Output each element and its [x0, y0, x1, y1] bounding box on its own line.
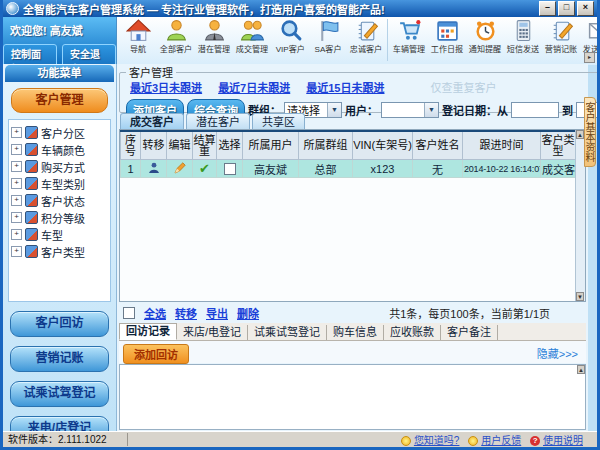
row-settle-dup-cell: ✔ [193, 160, 217, 178]
tree-item-customer-status[interactable]: +客户状态 [11, 192, 108, 209]
tab-visit-records[interactable]: 回访记录 [119, 323, 177, 340]
customer-mgmt-button[interactable]: 客户管理 [11, 88, 108, 113]
status-bar: 软件版本：2.111.1022 您知道吗? 用户反馈 ? 使用说明 [3, 431, 597, 447]
potential-customers-icon [202, 18, 227, 43]
did-you-know-link[interactable]: 您知道吗? [414, 435, 460, 446]
tab-receivables[interactable]: 应收账款 [384, 325, 441, 340]
title-bar: 全智能汽车客户管理系统 — 专注行业管理软件，打造用户喜爱的智能产品! – □ … [3, 0, 597, 17]
delete-link[interactable]: 删除 [237, 305, 259, 321]
edit-pencil-icon [174, 162, 186, 174]
export-link[interactable]: 导出 [206, 305, 228, 321]
select-all-link[interactable]: 全选 [144, 305, 166, 321]
home-icon [126, 18, 151, 43]
bulb-icon [401, 436, 411, 446]
marketing-ledger-icon [549, 18, 574, 43]
tree-item-purchase-method[interactable]: +购买方式 [11, 158, 108, 175]
row-select-cell[interactable] [217, 160, 243, 178]
add-visit-button[interactable]: 添加回访 [123, 344, 189, 364]
pagination-info: 共1条，每页100条，当前第1/1页 [389, 305, 550, 321]
customer-table-panel: 序号 转移 编辑 结算重 选择 所属用户 所属群组 VIN(车架号) 客户姓名 … [119, 129, 586, 302]
tree-item-points-level[interactable]: +积分等级 [11, 209, 108, 226]
scroll-up-icon[interactable]: ▲ [576, 130, 584, 139]
maximize-button[interactable]: □ [558, 1, 575, 16]
expand-icon[interactable]: + [11, 212, 22, 223]
toolbar-item-loyal[interactable]: 忠诚客户 [348, 18, 384, 56]
vehicle-mgmt-icon [397, 18, 422, 43]
app-window: 全智能汽车客户管理系统 — 专注行业管理软件，打造用户喜爱的智能产品! – □ … [0, 0, 600, 450]
visit-notes-area[interactable]: ▲ [119, 364, 586, 430]
expand-icon[interactable]: + [11, 178, 22, 189]
tab-test-drive-register[interactable]: 试乘试驾登记 [248, 325, 327, 340]
category-cube-icon [25, 143, 38, 156]
tree-item-customer-type[interactable]: +客户类型 [11, 243, 108, 260]
tree-item-model[interactable]: +车型 [11, 226, 108, 243]
user-select[interactable]: ▼ [381, 102, 439, 118]
tree-item-vehicle-color[interactable]: +车辆颜色 [11, 141, 108, 158]
toolbar-item-marketing-ledger[interactable]: 营销记账 [543, 18, 579, 56]
table-row[interactable]: 1 ✔ 高友斌 总部 x123 无 2014-10-22 16:14:07 成交… [121, 160, 576, 178]
app-logo-icon [6, 2, 19, 15]
detail-tabs: 回访记录 来店/电登记 试乘试驾登记 购车信息 应收账款 客户备注 [119, 323, 586, 341]
transfer-person-icon [148, 162, 160, 174]
row-checkbox[interactable] [224, 163, 236, 175]
toolbar-item-daily-report[interactable]: 工作日报 [429, 18, 465, 56]
chevron-down-icon: ▼ [327, 103, 341, 117]
minimize-button[interactable]: – [539, 1, 556, 16]
customer-visit-button[interactable]: 客户回访 [10, 311, 109, 337]
toolbar-item-deal[interactable]: 成交管理 [234, 18, 270, 56]
expand-icon[interactable]: + [11, 195, 22, 206]
row-vin: x123 [353, 160, 413, 178]
toolbar-item-nav[interactable]: 导航 [120, 18, 156, 56]
notify-remind-icon [473, 18, 498, 43]
toolbar-item-all-customers[interactable]: 全部客户 [158, 18, 194, 56]
expand-icon[interactable]: + [11, 127, 22, 138]
main-content: 客户管理 最近3日未跟进 最近7日未跟进 最近15日未跟进 仅查重复客户 添加客… [117, 64, 588, 432]
link-15days-nofollow[interactable]: 最近15日未跟进 [306, 79, 384, 95]
row-edit-cell[interactable] [167, 160, 193, 178]
tab-store-call-register[interactable]: 来店/电登记 [177, 325, 248, 340]
usage-help-link[interactable]: 使用说明 [543, 435, 583, 446]
table-header-row: 序号 转移 编辑 结算重 选择 所属用户 所属群组 VIN(车架号) 客户姓名 … [121, 131, 576, 160]
date-from-input[interactable] [511, 102, 559, 118]
toolbar-separator [387, 19, 388, 61]
row-name: 无 [413, 160, 463, 178]
toolbar-item-vehicle[interactable]: 车辆管理 [391, 18, 427, 56]
tab-customer-notes[interactable]: 客户备注 [441, 325, 498, 340]
link-7days-nofollow[interactable]: 最近7日未跟进 [218, 79, 290, 95]
hide-link[interactable]: 隐藏>>> [537, 345, 578, 361]
row-seq: 1 [121, 160, 141, 178]
expand-icon[interactable]: + [11, 229, 22, 240]
expand-icon[interactable]: + [11, 161, 22, 172]
expand-icon[interactable]: + [11, 246, 22, 257]
test-drive-register-button[interactable]: 试乘试驾登记 [10, 381, 109, 407]
customer-profile-vertical-tab[interactable]: 客户基本资料 [584, 97, 596, 167]
toolbar-overflow-button[interactable]: ▸ [584, 52, 595, 63]
scroll-down-icon[interactable]: ▼ [576, 292, 584, 301]
toolbar-item-notify[interactable]: 通知提醒 [467, 18, 503, 56]
close-button[interactable]: × [577, 1, 594, 16]
toolbar-item-sms[interactable]: 短信发送 [505, 18, 541, 56]
select-all-checkbox[interactable] [123, 307, 135, 319]
toolbar-item-vip[interactable]: VIP客户 [272, 18, 308, 56]
marketing-ledger-button[interactable]: 营销记账 [10, 346, 109, 372]
tab-purchase-info[interactable]: 购车信息 [327, 325, 384, 340]
row-transfer-cell[interactable] [141, 160, 167, 178]
user-feedback-link[interactable]: 用户反馈 [481, 435, 521, 446]
window-title: 全智能汽车客户管理系统 — 专注行业管理软件，打造用户喜爱的智能产品! [23, 1, 537, 17]
tree-item-customer-zone[interactable]: +客户分区 [11, 124, 108, 141]
toolbar-item-sa[interactable]: SA客户 [310, 18, 346, 56]
tree-item-model-category[interactable]: +车型类别 [11, 175, 108, 192]
row-group: 总部 [299, 160, 353, 178]
send-mail-icon [587, 18, 598, 43]
operations-row: 全选 转移 导出 删除 共1条，每页100条，当前第1/1页 [119, 305, 586, 321]
duplicate-hint-text: 仅查重复客户 [431, 79, 497, 95]
welcome-greeting: 欢迎您! 高友斌 [10, 22, 116, 38]
daily-report-icon [435, 18, 460, 43]
transfer-link[interactable]: 转移 [175, 305, 197, 321]
link-3days-nofollow[interactable]: 最近3日未跟进 [130, 79, 202, 95]
category-cube-icon [25, 211, 38, 224]
category-cube-icon [25, 245, 38, 258]
toolbar-item-send-mail[interactable]: 发送邮件 [581, 18, 597, 56]
expand-icon[interactable]: + [11, 144, 22, 155]
toolbar-item-potential[interactable]: 潜在管理 [196, 18, 232, 56]
